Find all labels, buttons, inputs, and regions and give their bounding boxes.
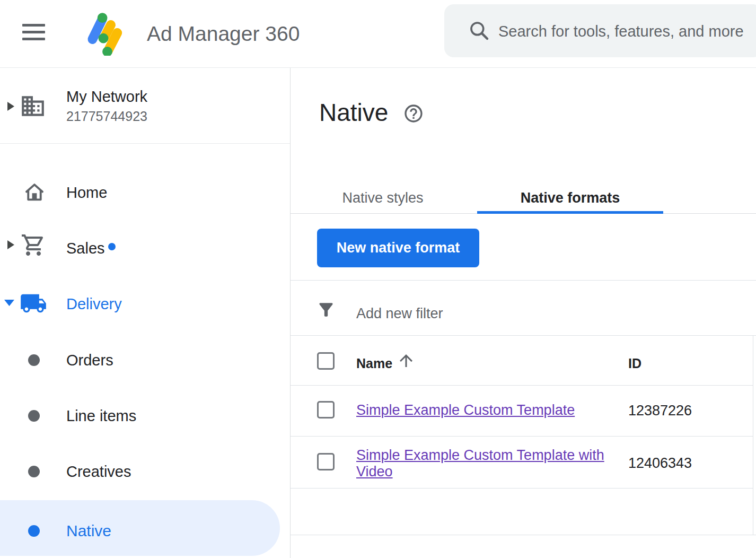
table-right-border bbox=[753, 335, 753, 535]
network-name[interactable]: My Network bbox=[66, 87, 147, 106]
sidebar-item-native-selected[interactable]: Native bbox=[0, 500, 280, 556]
new-native-format-button[interactable]: New native format bbox=[317, 229, 479, 267]
native-format-link[interactable]: Simple Example Custom Template bbox=[356, 402, 575, 419]
sort-ascending-arrow-icon bbox=[397, 351, 416, 370]
add-new-filter-input[interactable]: Add new filter bbox=[356, 303, 443, 324]
sidebar-divider bbox=[0, 143, 290, 144]
native-bullet-icon bbox=[28, 525, 40, 537]
table-row: Simple Example Custom Template 12387226 bbox=[291, 385, 756, 436]
sidebar-navigation: My Network 21775744923 Home Sales Delive… bbox=[0, 68, 290, 558]
ad-manager-logo-icon[interactable] bbox=[80, 7, 127, 56]
sidebar-item-orders[interactable]: Orders bbox=[66, 350, 113, 371]
native-format-link[interactable]: Simple Example Custom Template with Vide… bbox=[356, 447, 621, 480]
tab-native-styles[interactable]: Native styles bbox=[309, 189, 457, 207]
column-header-id[interactable]: ID bbox=[628, 354, 641, 372]
sidebar-item-native-label: Native bbox=[66, 520, 111, 542]
sidebar-item-delivery[interactable]: Delivery bbox=[66, 293, 122, 315]
creatives-bullet-icon bbox=[28, 466, 40, 477]
network-expand-caret-icon[interactable] bbox=[7, 102, 14, 111]
filter-divider bbox=[291, 335, 756, 336]
delivery-collapse-caret-icon[interactable] bbox=[4, 300, 14, 306]
home-icon bbox=[23, 180, 46, 204]
table-row: Simple Example Custom Template with Vide… bbox=[291, 436, 756, 488]
row-divider bbox=[291, 488, 753, 489]
native-format-id: 12406343 bbox=[628, 455, 692, 472]
column-header-name[interactable]: Name bbox=[356, 354, 392, 372]
main-content: Native Native styles Native formats New … bbox=[291, 68, 756, 558]
orders-bullet-icon bbox=[28, 354, 40, 366]
app-title: Ad Manager 360 bbox=[147, 0, 300, 67]
menu-hamburger-icon[interactable] bbox=[22, 24, 45, 40]
line-items-bullet-icon bbox=[28, 410, 40, 422]
help-icon[interactable] bbox=[403, 103, 424, 124]
row-checkbox[interactable] bbox=[317, 453, 335, 470]
top-app-bar: Ad Manager 360 bbox=[0, 0, 756, 67]
sales-expand-caret-icon[interactable] bbox=[7, 240, 14, 249]
search-input[interactable] bbox=[497, 4, 754, 58]
row-checkbox[interactable] bbox=[317, 401, 335, 419]
section-divider bbox=[291, 280, 756, 281]
filter-funnel-icon[interactable] bbox=[316, 300, 336, 320]
network-building-icon bbox=[20, 93, 46, 119]
sales-cart-icon bbox=[21, 232, 46, 258]
global-search-bar[interactable] bbox=[444, 4, 756, 57]
sidebar-item-home[interactable]: Home bbox=[66, 182, 107, 203]
native-format-id: 12387226 bbox=[628, 403, 692, 419]
sidebar-item-line-items[interactable]: Line items bbox=[66, 405, 136, 426]
sidebar-item-sales[interactable]: Sales bbox=[66, 238, 105, 259]
topbar-divider bbox=[0, 67, 756, 68]
search-icon bbox=[468, 19, 491, 42]
sidebar-item-creatives[interactable]: Creatives bbox=[66, 461, 131, 482]
delivery-truck-icon bbox=[20, 290, 47, 317]
table-bottom-divider bbox=[291, 535, 756, 535]
tab-native-formats[interactable]: Native formats bbox=[505, 189, 635, 207]
page-title: Native bbox=[319, 98, 388, 127]
sales-notification-dot bbox=[108, 243, 116, 250]
network-id: 21775744923 bbox=[66, 108, 147, 124]
active-tab-underline bbox=[477, 211, 663, 214]
select-all-checkbox[interactable] bbox=[317, 352, 335, 370]
